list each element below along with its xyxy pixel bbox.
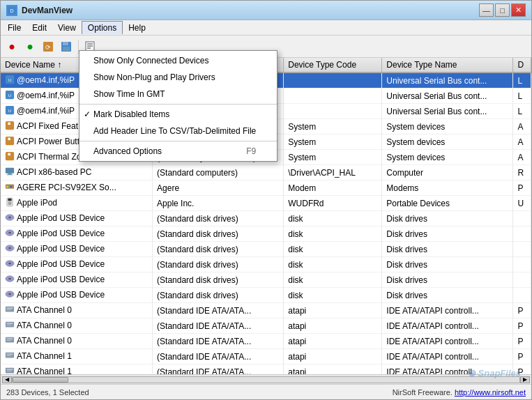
- menu-show-nonpro[interactable]: Show Non-Plug and Play Drivers: [79, 69, 277, 86]
- cell-description: (Standard disk drives): [153, 257, 284, 272]
- col-d[interactable]: D: [513, 58, 531, 72]
- cell-description: (Standard IDE ATA/ATA...: [153, 364, 284, 375]
- svg-point-43: [8, 263, 11, 265]
- save-button[interactable]: [58, 38, 75, 55]
- svg-rect-6: [63, 47, 70, 51]
- menu-show-connected[interactable]: Show Only Connected Devices: [79, 58, 277, 69]
- cell-d: [513, 288, 531, 303]
- svg-rect-26: [6, 168, 14, 174]
- table-row[interactable]: ATA Channel 0 (Standard IDE ATA/ATA... a…: [1, 318, 531, 334]
- menu-mark-disabled[interactable]: Mark Disabled Items: [79, 106, 277, 123]
- close-button[interactable]: ✕: [511, 3, 526, 17]
- cell-device-name: ACPI x86-based PC: [1, 165, 153, 180]
- cell-type-name: Computer: [382, 165, 513, 180]
- menu-show-time[interactable]: Show Time In GMT: [79, 86, 277, 102]
- table-row[interactable]: Apple iPod USB Device (Standard disk dri…: [1, 242, 531, 257]
- menu-file[interactable]: File: [2, 22, 26, 34]
- svg-rect-50: [7, 309, 11, 310]
- app-icon: D: [6, 5, 17, 16]
- table-row[interactable]: Apple iPod Apple Inc. WUDFRd Portable De…: [1, 196, 531, 211]
- window-title: DevManView: [22, 6, 479, 15]
- cell-type-code: disk: [284, 242, 382, 257]
- svg-rect-60: [6, 368, 14, 374]
- svg-rect-62: [7, 371, 11, 371]
- main-window: D DevManView — □ ✕ File Edit View Option…: [0, 0, 532, 400]
- cell-d: [513, 272, 531, 288]
- horizontal-scrollbar[interactable]: ◀ ▶: [1, 374, 531, 384]
- svg-rect-19: [6, 126, 14, 129]
- table-row[interactable]: AGERE PCI-SV92EX So... Agere Modem Modem…: [1, 180, 531, 196]
- cell-type-code: [284, 72, 382, 89]
- cell-description: (Standard disk drives): [153, 288, 284, 303]
- red-dot-button[interactable]: ●: [3, 38, 20, 55]
- cell-type-code: atapi: [284, 349, 382, 364]
- row-icon: [5, 274, 15, 286]
- row-icon: [5, 366, 15, 374]
- table-row[interactable]: ATA Channel 1 (Standard IDE ATA/ATA... a…: [1, 364, 531, 375]
- cell-d: [513, 211, 531, 226]
- cell-description: (Standard disk drives): [153, 226, 284, 242]
- table-row[interactable]: ACPI x86-based PC (Standard computers) \…: [1, 165, 531, 180]
- menu-add-header[interactable]: Add Header Line To CSV/Tab-Delimited Fil…: [79, 123, 277, 139]
- menu-edit[interactable]: Edit: [26, 22, 52, 34]
- svg-rect-54: [6, 337, 14, 343]
- cell-d: [513, 242, 531, 257]
- menu-advanced[interactable]: Advanced Options F9: [79, 143, 277, 160]
- row-icon: [5, 351, 15, 362]
- menu-view[interactable]: View: [52, 22, 82, 34]
- svg-rect-58: [7, 353, 13, 355]
- scroll-track[interactable]: [12, 376, 520, 383]
- minimize-button[interactable]: —: [479, 3, 494, 17]
- main-content: Device Name ↑ Device Type Code Device Ty…: [1, 58, 531, 399]
- title-bar: D DevManView — □ ✕: [1, 1, 531, 20]
- scroll-thumb[interactable]: [13, 377, 68, 383]
- svg-rect-21: [8, 138, 10, 141]
- cell-type-name: Disk drives: [382, 288, 513, 303]
- cell-device-name: Apple iPod USB Device: [1, 288, 153, 303]
- cell-type-name: IDE ATA/ATAPI controll...: [382, 364, 513, 375]
- cell-d: U: [513, 196, 531, 211]
- row-icon: [5, 182, 15, 194]
- green-dot-button[interactable]: ●: [22, 38, 38, 55]
- cell-description: (Standard IDE ATA/ATA...: [153, 303, 284, 318]
- svg-text:U: U: [8, 77, 11, 82]
- row-icon: [5, 243, 15, 255]
- cell-device-name: ATA Channel 0: [1, 334, 153, 349]
- svg-text:U: U: [8, 93, 11, 98]
- col-type-code[interactable]: Device Type Code: [284, 58, 382, 72]
- table-row[interactable]: Apple iPod USB Device (Standard disk dri…: [1, 257, 531, 272]
- svg-point-47: [8, 293, 11, 295]
- cell-d: [513, 226, 531, 242]
- menu-help[interactable]: Help: [123, 22, 151, 34]
- cell-d: P: [513, 180, 531, 196]
- refresh-button[interactable]: ⟳: [40, 38, 56, 55]
- row-icon: [5, 167, 15, 178]
- svg-rect-28: [7, 174, 13, 175]
- row-icon: [5, 259, 15, 270]
- table-row[interactable]: Apple iPod USB Device (Standard disk dri…: [1, 272, 531, 288]
- svg-rect-18: [8, 123, 10, 125]
- table-row[interactable]: ATA Channel 1 (Standard IDE ATA/ATA... a…: [1, 349, 531, 364]
- table-row[interactable]: ATA Channel 0 (Standard IDE ATA/ATA... a…: [1, 334, 531, 349]
- cell-d: P: [513, 334, 531, 349]
- svg-rect-53: [7, 325, 11, 325]
- menu-options[interactable]: Options: [82, 21, 123, 34]
- table-row[interactable]: ATA Channel 0 (Standard IDE ATA/ATA... a…: [1, 303, 531, 318]
- svg-rect-5: [63, 42, 68, 45]
- cell-type-name: Modems: [382, 180, 513, 196]
- svg-rect-22: [6, 141, 14, 144]
- col-type-name[interactable]: Device Type Name: [382, 58, 513, 72]
- show-time-label: Show Time In GMT: [93, 89, 165, 99]
- nirsoft-link[interactable]: http://www.nirsoft.net: [455, 388, 526, 397]
- cell-d: L: [513, 89, 531, 104]
- nirsoft-label: NirSoft Freeware.: [393, 388, 455, 397]
- svg-point-39: [8, 232, 11, 234]
- table-row[interactable]: Apple iPod USB Device (Standard disk dri…: [1, 226, 531, 242]
- svg-rect-34: [8, 199, 11, 201]
- table-row[interactable]: Apple iPod USB Device (Standard disk dri…: [1, 288, 531, 303]
- svg-text:D: D: [10, 8, 13, 13]
- maximize-button[interactable]: □: [495, 3, 510, 17]
- title-bar-controls: — □ ✕: [479, 3, 526, 17]
- table-row[interactable]: Apple iPod USB Device (Standard disk dri…: [1, 211, 531, 226]
- cell-device-name: Apple iPod USB Device: [1, 226, 153, 242]
